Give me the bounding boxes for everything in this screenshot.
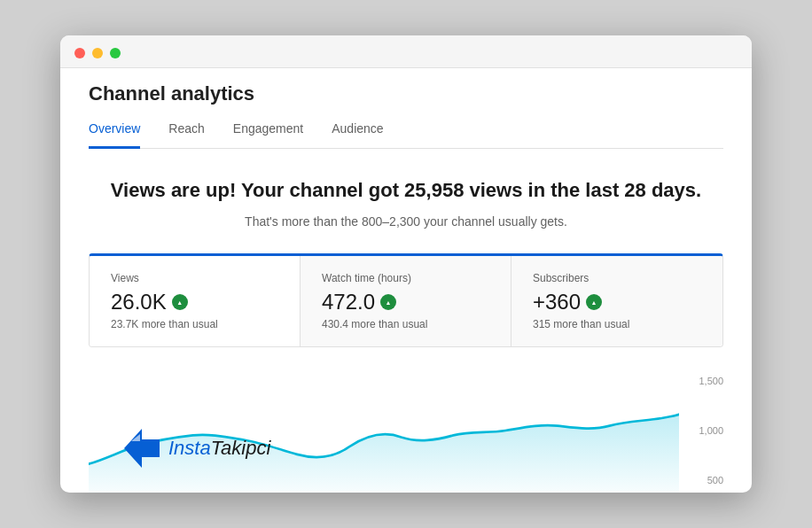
subscribers-label: Subscribers [533,272,701,284]
chart-label-1500: 1,500 [683,376,723,386]
subtext: That's more than the 800–2,300 your chan… [89,214,723,229]
watchtime-value: 472.0 [322,290,375,314]
watchtime-value-row: 472.0 [322,290,489,314]
views-value: 26.0K [111,290,167,314]
subscribers-value: +360 [533,290,581,314]
watermark-text: InstaTakipci [168,437,270,460]
subscribers-change: 315 more than usual [533,318,701,330]
metric-card-views: Views 26.0K 23.7K more than usual [90,256,301,346]
metrics-row: Views 26.0K 23.7K more than usual Watch … [89,253,723,347]
watermark-icon [115,422,168,475]
watchtime-change: 430.4 more than usual [322,318,489,330]
main-content: Views are up! Your channel got 25,958 vi… [60,149,752,493]
metric-card-watchtime: Watch time (hours) 472.0 430.4 more than… [301,256,511,346]
header-section: Channel analytics Overview Reach Engagem… [60,68,752,149]
metric-card-subscribers: Subscribers +360 315 more than usual [511,256,722,346]
minimize-button[interactable] [92,48,103,58]
tab-audience[interactable]: Audience [332,121,383,149]
page-title: Channel analytics [89,82,723,105]
tab-reach[interactable]: Reach [168,121,204,149]
title-bar [60,35,752,68]
svg-marker-0 [124,429,160,468]
headline: Views are up! Your channel got 25,958 vi… [89,177,723,205]
tab-overview[interactable]: Overview [89,121,140,149]
tab-bar: Overview Reach Engagement Audience [89,121,723,149]
subscribers-value-row: +360 [533,290,701,314]
watermark: InstaTakipci [115,422,270,475]
close-button[interactable] [74,48,85,58]
maximize-button[interactable] [110,48,121,58]
views-change: 23.7K more than usual [111,318,278,330]
views-up-arrow [172,294,188,310]
chart-y-labels: 1,500 1,000 500 [683,369,723,493]
views-label: Views [111,272,278,284]
subscribers-up-arrow [586,294,602,310]
watchtime-up-arrow [380,294,396,310]
tab-engagement[interactable]: Engagement [233,121,303,149]
app-window: Channel analytics Overview Reach Engagem… [60,35,752,493]
window-content: Channel analytics Overview Reach Engagem… [60,68,752,493]
chart-section: 1,500 1,000 500 InstaTakipci [89,369,723,493]
watchtime-label: Watch time (hours) [322,272,489,284]
chart-label-1000: 1,000 [683,425,723,436]
views-value-row: 26.0K [111,290,278,314]
chart-label-500: 500 [683,475,723,485]
